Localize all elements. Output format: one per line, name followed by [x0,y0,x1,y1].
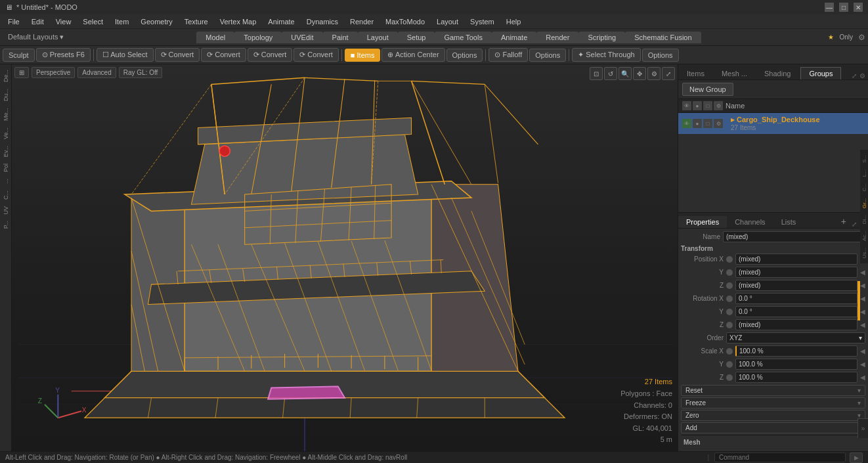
tab-scripting[interactable]: Scripting [578,32,625,43]
options-btn-1[interactable]: Options [446,49,483,62]
sidebar-tab-du[interactable]: Du... [1,86,11,104]
zero-button[interactable]: Zero ▾ [681,410,865,421]
tab-schematic[interactable]: Schematic Fusion [625,32,701,43]
tab-setup[interactable]: Setup [398,32,435,43]
menu-edit[interactable]: Edit [26,16,49,27]
scale-z-field[interactable] [735,372,857,383]
menu-dynamics[interactable]: Dynamics [301,16,343,27]
scale-y-field[interactable] [735,359,857,370]
freeze-button[interactable]: Freeze ▾ [681,397,865,408]
tab-render[interactable]: Render [536,32,578,43]
position-z-field[interactable] [735,280,857,291]
menu-help[interactable]: Help [501,16,527,27]
sidebar-tab-pol[interactable]: Pol [1,161,11,175]
menu-vertex-map[interactable]: Vertex Map [215,16,262,27]
layout-selector[interactable]: Default Layouts ▾ [3,32,70,43]
name-field[interactable] [723,231,865,242]
viewport[interactable]: ⊞ Perspective Advanced Ray GL: Off ⊡ ↺ 🔍… [12,64,678,451]
select-through-button[interactable]: ✦ Select Through [572,48,640,62]
tab-layout[interactable]: Layout [358,32,398,43]
convert-btn-2[interactable]: ⟳ Convert [201,48,246,62]
menu-geometry[interactable]: Geometry [135,16,177,27]
order-dropdown[interactable]: XYZ ▾ [726,332,865,343]
menu-render[interactable]: Render [345,16,379,27]
scale-z-arrow[interactable]: ◀ [860,374,865,381]
props-tab-lists[interactable]: Lists [773,216,804,228]
sidebar-tab-me[interactable]: Me... [1,105,11,123]
props-tab-channels[interactable]: Channels [727,216,773,228]
sidebar-tab-ve[interactable]: Ve... [1,125,11,142]
sidebar-tab-ev[interactable]: Ev... [1,143,11,160]
render-icon[interactable]: ● [693,119,702,128]
vtab-user[interactable]: Us... [861,245,868,261]
rotation-x-field[interactable] [735,293,857,304]
menu-system[interactable]: System [465,16,500,27]
tab-items[interactable]: Items [678,67,713,79]
menu-item[interactable]: Item [110,16,134,27]
vtab-di[interactable]: Di... [861,212,868,227]
tab-groups[interactable]: Groups [800,67,841,79]
group-row[interactable]: 👁 ● □ ⚙ ▸ Cargo_Ship_Deckhouse 27 Items [678,113,868,134]
close-button[interactable]: ✕ [854,3,863,12]
vtab-ac[interactable]: Ac... [861,228,868,244]
rotation-z-field[interactable] [735,319,857,330]
presets-button[interactable]: ⊙ Presets F6 [36,48,91,62]
gear-icon[interactable]: ⚙ [858,33,865,42]
convert-btn-1[interactable]: ⟳ Convert [155,48,200,62]
props-add-button[interactable]: + [836,215,852,228]
scale-x-field[interactable] [735,345,857,357]
position-z-arrow[interactable]: ◀ [860,282,865,289]
rotation-x-arrow[interactable]: ◀ [860,295,865,302]
reset-button[interactable]: Reset ▾ [681,385,865,396]
convert-btn-3[interactable]: ⟳ Convert [248,48,293,62]
position-y-arrow[interactable]: ◀ [860,269,865,276]
menu-texture[interactable]: Texture [179,16,213,27]
menu-file[interactable]: File [3,16,25,27]
scale-y-arrow[interactable]: ◀ [860,361,865,368]
items-button[interactable]: ■ Items [345,49,381,62]
action-center-button[interactable]: ⊕ Action Center [381,48,445,62]
options-btn-3[interactable]: Options [642,49,679,62]
sidebar-tab-uv[interactable]: UV [1,204,11,217]
options-btn-2[interactable]: Options [529,49,566,62]
minimize-button[interactable]: — [825,3,834,12]
sidebar-tab-de[interactable]: De... [1,67,11,85]
sculpt-button[interactable]: Sculpt [3,49,35,62]
props-expand-icon[interactable]: ⤢ [852,221,857,228]
menu-layout[interactable]: Layout [431,16,464,27]
sidebar-tab-c[interactable]: C... [1,188,11,202]
tab-paint[interactable]: Paint [323,32,358,43]
menu-maxtomodo[interactable]: MaxToModo [380,16,430,27]
lock-icon[interactable]: □ [703,119,712,128]
titlebar-controls[interactable]: — □ ✕ [825,3,863,12]
position-x-field[interactable] [735,254,857,265]
new-group-button[interactable]: New Group [682,83,733,96]
vtab-l[interactable]: L... [861,167,868,179]
panel-bottom-expand[interactable]: » [857,418,868,438]
convert-btn-4[interactable]: ⟳ Convert [293,48,339,62]
vtab-s[interactable]: S... [861,152,868,165]
maximize-button[interactable]: □ [839,3,848,12]
expand-icon[interactable]: ⤢ [852,72,857,79]
menu-animate[interactable]: Animate [263,16,299,27]
menu-view[interactable]: View [51,16,77,27]
tab-gametools[interactable]: Game Tools [435,32,492,43]
add-button[interactable]: Add ▾ [681,422,865,433]
rotation-y-arrow[interactable]: ◀ [860,308,865,315]
command-execute-button[interactable]: ▶ [850,452,863,463]
tab-topology[interactable]: Topology [234,32,282,43]
sidebar-tab-p[interactable]: P... [1,218,11,231]
command-input[interactable] [714,452,846,462]
settings-row-icon[interactable]: ⚙ [714,119,723,128]
tab-shading[interactable]: Shading [756,67,799,79]
tab-model[interactable]: Model [196,32,234,43]
props-tab-properties[interactable]: Properties [678,216,727,228]
rotation-z-arrow[interactable]: ◀ [860,321,865,328]
vtab-gro[interactable]: Gr... [861,196,868,211]
visibility-icon[interactable]: 👁 [682,119,691,128]
vtab-c1[interactable]: C... [861,181,868,194]
scale-x-arrow[interactable]: ◀ [860,347,865,355]
auto-select-button[interactable]: ☐ Auto Select [97,48,154,62]
tab-uvedit[interactable]: UVEdit [282,32,322,43]
falloff-button[interactable]: ⊙ Falloff [488,48,528,62]
